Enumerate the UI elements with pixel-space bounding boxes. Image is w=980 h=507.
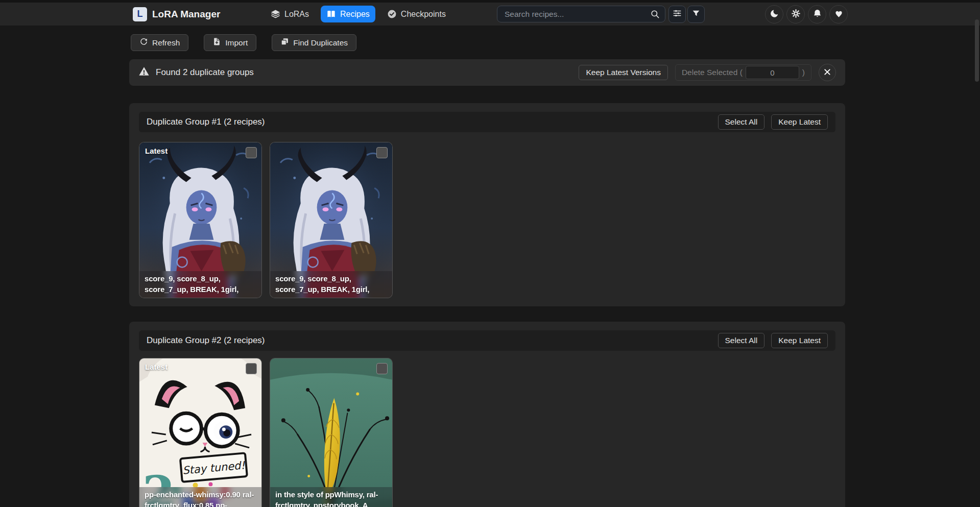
group-1-actions: Select All Keep Latest bbox=[718, 114, 828, 130]
app-title: LoRA Manager bbox=[152, 9, 220, 20]
group-2-select-all-button[interactable]: Select All bbox=[718, 333, 765, 348]
delete-count-input[interactable] bbox=[746, 66, 799, 79]
card-caption: score_9, score_8_up, score_7_up, BREAK, … bbox=[270, 271, 392, 298]
sliders-icon bbox=[673, 9, 682, 20]
app-logo-icon: L bbox=[133, 7, 147, 21]
duplicates-icon bbox=[280, 37, 289, 48]
group-2-cards: Stay tuned! 2 Latest pp-enchanted-whimsy… bbox=[139, 358, 393, 507]
page-scrollbar[interactable] bbox=[975, 0, 979, 507]
warning-icon bbox=[138, 66, 150, 79]
heart-icon bbox=[834, 9, 844, 20]
import-label: Import bbox=[225, 38, 248, 47]
group-1-cards: Latest score_9, score_8_up, score_7_up, … bbox=[139, 142, 393, 298]
close-banner-button[interactable] bbox=[819, 64, 836, 81]
card-caption: in the style of ppWhimsy, ral-frctlgmtry… bbox=[270, 487, 392, 507]
nav-tabs: LoRAs Recipes Checkpoints bbox=[265, 3, 451, 26]
tab-checkpoints[interactable]: Checkpoints bbox=[381, 6, 451, 22]
notifications-button[interactable] bbox=[808, 5, 826, 23]
refresh-icon bbox=[139, 37, 148, 48]
refresh-button[interactable]: Refresh bbox=[131, 34, 188, 51]
keep-latest-versions-button[interactable]: Keep Latest Versions bbox=[579, 65, 668, 80]
recipe-card[interactable]: score_9, score_8_up, score_7_up, BREAK, … bbox=[270, 142, 393, 298]
search-input[interactable] bbox=[497, 6, 665, 22]
import-button[interactable]: Import bbox=[204, 34, 256, 51]
bell-icon bbox=[812, 9, 822, 20]
brand[interactable]: L LoRA Manager bbox=[133, 3, 220, 26]
find-duplicates-button[interactable]: Find Duplicates bbox=[272, 34, 356, 51]
theme-toggle-button[interactable] bbox=[765, 5, 783, 23]
group-2-actions: Select All Keep Latest bbox=[718, 333, 828, 348]
search-bar bbox=[497, 6, 665, 22]
settings-button[interactable] bbox=[786, 5, 805, 23]
card-checkbox[interactable] bbox=[376, 147, 388, 158]
find-duplicates-label: Find Duplicates bbox=[293, 38, 348, 47]
card-caption: pp-enchanted-whimsy:0.90 ral-frctlgmtry_… bbox=[139, 487, 261, 507]
navbar-actions bbox=[765, 5, 848, 23]
recipes-toolbar: Refresh Import Find Duplicates bbox=[131, 34, 356, 51]
recipe-image-whimsical-cat: Stay tuned! 2 bbox=[139, 358, 261, 507]
navbar: L LoRA Manager LoRAs Recipes Checkpoints bbox=[0, 3, 980, 26]
delete-selected-suffix: ) bbox=[802, 68, 805, 77]
tab-recipes-label: Recipes bbox=[340, 10, 370, 19]
recipe-card[interactable]: in the style of ppWhimsy, ral-frctlgmtry… bbox=[270, 358, 393, 507]
card-checkbox[interactable] bbox=[246, 147, 257, 158]
sort-options-button[interactable] bbox=[668, 6, 686, 23]
search-icon[interactable] bbox=[650, 9, 660, 21]
filter-button[interactable] bbox=[687, 6, 705, 23]
group-1-title: Duplicate Group #1 (2 recipes) bbox=[147, 117, 265, 127]
tab-loras-label: LoRAs bbox=[284, 10, 309, 19]
duplicates-banner: Found 2 duplicate groups Keep Latest Ver… bbox=[129, 59, 845, 86]
delete-selected-prefix: Delete Selected ( bbox=[682, 68, 743, 77]
latest-badge: Latest bbox=[145, 147, 168, 155]
banner-actions: Keep Latest Versions Delete Selected ( ) bbox=[579, 64, 836, 81]
tab-loras[interactable]: LoRAs bbox=[265, 6, 315, 22]
delete-selected-button[interactable]: Delete Selected ( ) bbox=[675, 64, 811, 81]
recipe-card[interactable]: Stay tuned! 2 Latest pp-enchanted-whimsy… bbox=[139, 358, 262, 507]
group-1-select-all-button[interactable]: Select All bbox=[718, 114, 765, 130]
refresh-label: Refresh bbox=[152, 38, 180, 47]
group-1-keep-latest-button[interactable]: Keep Latest bbox=[771, 114, 828, 130]
moon-icon bbox=[770, 9, 779, 20]
layers-icon bbox=[271, 9, 280, 19]
duplicate-group-1: Duplicate Group #1 (2 recipes) Select Al… bbox=[129, 103, 845, 306]
card-checkbox[interactable] bbox=[376, 363, 388, 374]
check-circle-icon bbox=[387, 9, 397, 19]
group-2-keep-latest-button[interactable]: Keep Latest bbox=[771, 333, 828, 348]
funnel-icon bbox=[692, 9, 700, 19]
gear-icon bbox=[791, 9, 801, 20]
import-file-icon bbox=[212, 37, 221, 48]
duplicate-group-2: Duplicate Group #2 (2 recipes) Select Al… bbox=[129, 322, 845, 507]
tab-recipes[interactable]: Recipes bbox=[321, 6, 375, 22]
book-icon bbox=[326, 9, 336, 19]
card-caption: score_9, score_8_up, score_7_up, BREAK, … bbox=[139, 271, 261, 298]
group-2-title: Duplicate Group #2 (2 recipes) bbox=[147, 335, 265, 346]
group-1-header: Duplicate Group #1 (2 recipes) Select Al… bbox=[139, 112, 835, 132]
support-button[interactable] bbox=[829, 5, 848, 23]
banner-message: Found 2 duplicate groups bbox=[156, 67, 254, 78]
close-icon bbox=[823, 68, 831, 78]
group-2-header: Duplicate Group #2 (2 recipes) Select Al… bbox=[139, 330, 835, 351]
latest-badge: Latest bbox=[145, 363, 168, 371]
tab-checkpoints-label: Checkpoints bbox=[401, 10, 446, 19]
recipe-card[interactable]: Latest score_9, score_8_up, score_7_up, … bbox=[139, 142, 262, 298]
recipe-image-yellow-feather bbox=[270, 358, 392, 507]
card-checkbox[interactable] bbox=[246, 363, 257, 374]
scrollbar-thumb[interactable] bbox=[975, 19, 979, 82]
